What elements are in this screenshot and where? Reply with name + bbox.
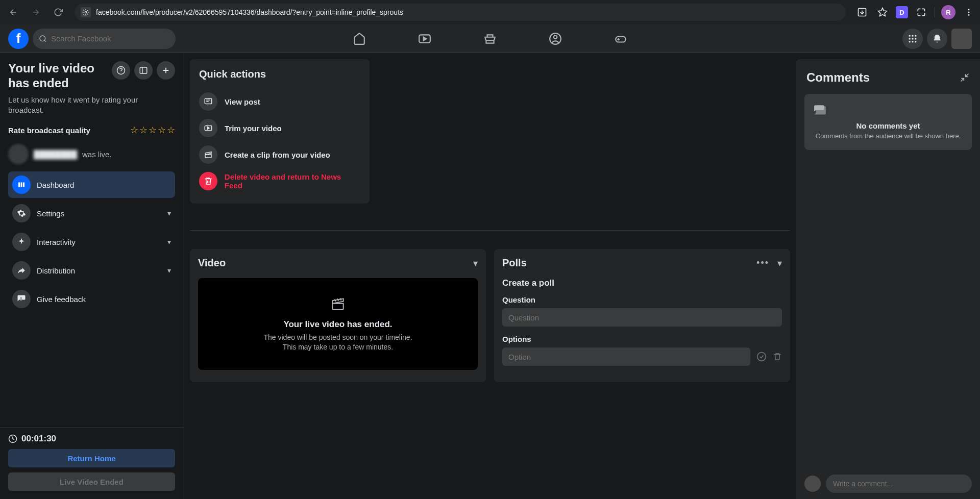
sidebar-item-interactivity[interactable]: Interactivity ▾	[8, 229, 175, 255]
video-ended-sub: The video will be posted soon on your ti…	[261, 333, 414, 352]
user-avatar	[8, 144, 29, 164]
comments-icon	[814, 104, 963, 117]
trim-icon	[199, 119, 217, 137]
svg-point-16	[912, 38, 913, 39]
browser-profile-avatar[interactable]: R	[941, 5, 955, 19]
chevron-down-icon[interactable]: ▾	[473, 258, 478, 269]
facebook-logo[interactable]: f	[8, 29, 29, 49]
correct-option-icon[interactable]	[756, 352, 767, 362]
question-input[interactable]	[502, 308, 782, 327]
svg-rect-22	[140, 67, 147, 73]
notifications-button[interactable]	[927, 29, 947, 49]
profile-button[interactable]	[951, 29, 972, 49]
help-icon[interactable]	[112, 61, 130, 80]
quick-actions-card: Quick actions View post Trim your video	[190, 59, 370, 204]
video-card-title: Video	[198, 257, 226, 269]
add-icon[interactable]	[157, 61, 175, 80]
sidebar-item-label: Interactivity	[37, 238, 76, 246]
tab-groups[interactable]	[543, 27, 568, 51]
chevron-down-icon: ▾	[167, 209, 171, 217]
gear-icon	[12, 204, 31, 222]
comments-empty-state: No comments yet Comments from the audien…	[804, 94, 972, 150]
svg-point-17	[915, 38, 916, 39]
quickaction-clip[interactable]: Create a clip from your video	[199, 141, 360, 168]
collapse-icon[interactable]	[960, 72, 970, 83]
chevron-down-icon: ▾	[167, 238, 171, 246]
site-settings-icon[interactable]	[81, 7, 91, 17]
user-name: ████████	[34, 150, 77, 159]
question-label: Question	[502, 295, 782, 304]
main-content: Quick actions View post Trim your video	[190, 59, 794, 499]
svg-point-30	[757, 353, 766, 361]
sidebar-subtitle: Let us know how it went by rating your b…	[8, 95, 175, 116]
bookmark-star-icon[interactable]	[875, 5, 890, 19]
option-input[interactable]	[502, 347, 750, 366]
star-4-icon[interactable]: ☆	[158, 124, 166, 136]
menu-grid-button[interactable]	[902, 29, 923, 49]
sidebar-item-settings[interactable]: Settings ▾	[8, 200, 175, 227]
polls-card-title: Polls	[502, 257, 527, 269]
quickaction-label: Delete video and return to News Feed	[225, 172, 360, 190]
star-1-icon[interactable]: ☆	[130, 124, 138, 136]
quickaction-view-post[interactable]: View post	[199, 88, 360, 115]
sidebar: Your live video has ended Let us know ho…	[0, 53, 184, 499]
timer-value: 00:01:30	[21, 434, 56, 444]
return-home-button[interactable]: Return Home	[8, 449, 175, 467]
panel-icon[interactable]	[134, 61, 153, 80]
browser-menu-icon[interactable]	[962, 5, 976, 19]
delete-option-icon[interactable]	[773, 352, 782, 361]
browser-forward-button[interactable]	[27, 3, 45, 21]
create-poll-heading: Create a poll	[502, 278, 782, 288]
browser-chrome: facebook.com/live/producer/v2/6206659571…	[0, 0, 980, 24]
tab-video[interactable]	[412, 27, 437, 51]
polls-card: Polls ••• ▾ Create a poll Question Optio…	[494, 249, 790, 382]
header-tabs	[347, 27, 633, 51]
comments-panel: Comments No comments yet Comments from t…	[796, 59, 980, 499]
tab-gaming[interactable]	[608, 27, 633, 51]
svg-point-5	[968, 14, 970, 16]
video-ended-title: Your live video has ended.	[283, 319, 392, 330]
svg-marker-2	[878, 8, 887, 16]
comments-empty-title: No comments yet	[814, 121, 963, 130]
more-icon[interactable]: •••	[756, 258, 769, 269]
sidebar-item-label: Distribution	[37, 266, 75, 275]
svg-point-18	[909, 41, 911, 42]
star-5-icon[interactable]: ☆	[167, 124, 175, 136]
divider	[935, 7, 935, 17]
quick-actions-title: Quick actions	[199, 68, 360, 80]
sidebar-item-dashboard[interactable]: Dashboard	[8, 171, 175, 198]
browser-back-button[interactable]	[4, 3, 22, 21]
sidebar-item-distribution[interactable]: Distribution ▾	[8, 257, 175, 284]
video-preview: Your live video has ended. The video wil…	[198, 278, 478, 370]
search-input-wrap[interactable]	[33, 29, 176, 49]
user-row[interactable]: ████████ was live.	[8, 144, 175, 164]
extensions-puzzle-icon[interactable]	[914, 5, 928, 19]
sidebar-item-feedback[interactable]: Give feedback	[8, 286, 175, 312]
svg-point-19	[912, 41, 913, 42]
comment-input[interactable]	[826, 475, 972, 493]
chevron-down-icon: ▾	[167, 266, 171, 275]
svg-point-4	[968, 12, 970, 13]
install-icon[interactable]	[855, 5, 869, 19]
rating-stars[interactable]: ☆ ☆ ☆ ☆ ☆	[130, 124, 175, 136]
url-bar[interactable]: facebook.com/live/producer/v2/6206659571…	[75, 4, 846, 21]
star-3-icon[interactable]: ☆	[149, 124, 157, 136]
chevron-down-icon[interactable]: ▾	[777, 258, 782, 269]
svg-point-13	[912, 35, 913, 36]
svg-rect-24	[21, 183, 22, 187]
browser-reload-button[interactable]	[49, 3, 67, 21]
svg-point-6	[40, 36, 45, 41]
clapper-icon	[199, 145, 217, 164]
star-2-icon[interactable]: ☆	[139, 124, 148, 136]
extension-icon[interactable]: D	[896, 6, 908, 18]
tab-home[interactable]	[347, 27, 372, 51]
tab-marketplace[interactable]	[478, 27, 502, 51]
clock-icon	[8, 434, 17, 443]
svg-point-15	[909, 38, 911, 39]
sparkle-icon	[12, 233, 31, 251]
quickaction-delete[interactable]: Delete video and return to News Feed	[199, 168, 360, 194]
quickaction-trim[interactable]: Trim your video	[199, 115, 360, 141]
svg-point-10	[554, 35, 557, 39]
search-input[interactable]	[51, 34, 169, 43]
svg-rect-11	[616, 36, 626, 42]
